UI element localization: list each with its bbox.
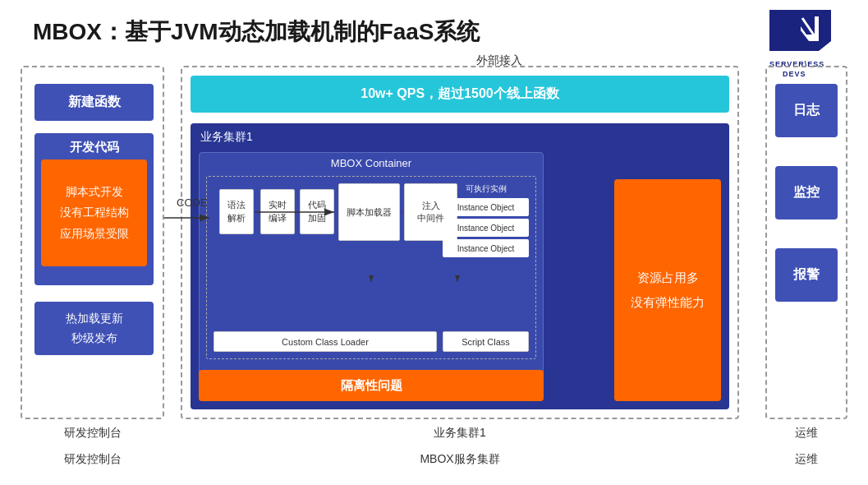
instance-row-2: Instance Object (443, 219, 529, 237)
ccl-bar: Custom Class Loader (214, 331, 437, 352)
daima-box: 代码加固 (300, 189, 334, 234)
left-panel: 新建函数 开发代码 脚本式开发没有工程结构应用场景受限 热加载更新秒级发布 研发… (21, 66, 164, 419)
script-class-text: Script Class (462, 337, 510, 347)
shishi-text: 实时编译 (269, 199, 287, 224)
ccl-text: Custom Class Loader (282, 337, 369, 347)
hot-reload-text: 热加载更新秒级发布 (66, 309, 123, 349)
main-title: MBOX：基于JVM动态加载机制的FaaS系统 (33, 16, 480, 48)
orange-text: 资源占用多没有弹性能力 (631, 266, 705, 315)
rp-box-log[interactable]: 日志 (775, 84, 838, 137)
mbox-container-title: MBOX Container (200, 153, 543, 173)
exec-title: 可执行实例 (443, 183, 529, 195)
rp-monitor-text: 监控 (793, 184, 820, 201)
script-class-bar: Script Class (443, 331, 529, 352)
middle-panel-bottom-label: MBOX服务集群 (181, 452, 739, 467)
qps-text: 10w+ QPS，超过1500个线上函数 (361, 85, 558, 103)
svg-marker-0 (769, 10, 831, 51)
code-arrow-svg (164, 210, 214, 226)
yufa-text: 语法解析 (227, 199, 246, 224)
script-loader-text: 脚本加载器 (347, 206, 392, 219)
qps-bar: 10w+ QPS，超过1500个线上函数 (191, 76, 729, 113)
dev-code-title: 开发代码 (34, 133, 154, 159)
rp-box-monitor[interactable]: 监控 (775, 166, 838, 219)
dev-code-inner-text: 脚本式开发没有工程结构应用场景受限 (60, 182, 129, 244)
hot-reload-box[interactable]: 热加载更新秒级发布 (34, 302, 154, 355)
left-panel-bottom-label: 研发控制台 (21, 452, 164, 467)
biz-cluster: 业务集群1 MBOX Container 语法解析 实时编译 代码加固 (191, 123, 729, 409)
yufa-box: 语法解析 (219, 189, 254, 234)
code-arrow-area: CODE (164, 210, 214, 226)
shishi-box: 实时编译 (260, 189, 295, 234)
dev-code-outer: 开发代码 脚本式开发没有工程结构应用场景受限 (34, 133, 154, 285)
biz-cluster-title: 业务集群1 (191, 123, 729, 149)
isolation-bar: 隔离性问题 (199, 370, 544, 401)
rp-box-alert[interactable]: 报警 (775, 248, 838, 302)
rp-log-text: 日志 (793, 102, 820, 119)
middle-panel-label: 业务集群1 (434, 426, 486, 441)
instance-row-3: Instance Object (443, 239, 529, 257)
right-panel-bottom-label: 运维 (765, 452, 847, 467)
inject-text: 注入中间件 (417, 200, 444, 225)
right-panel: 日志 监控 报警 运维 (765, 66, 847, 419)
code-label: CODE (177, 196, 208, 209)
rp-alert-text: 报警 (793, 266, 820, 284)
isolation-text: 隔离性问题 (341, 378, 402, 394)
middle-panel: 10w+ QPS，超过1500个线上函数 业务集群1 MBOX Containe… (181, 66, 739, 419)
exec-area: 可执行实例 Instance Object Instance Object In… (443, 183, 529, 330)
mbox-inner: 语法解析 实时编译 代码加固 脚本加载器 注入中间件 (206, 176, 536, 359)
right-panel-label: 运维 (795, 426, 818, 441)
new-func-box[interactable]: 新建函数 (34, 84, 154, 121)
dev-code-inner: 脚本式开发没有工程结构应用场景受限 (41, 159, 147, 266)
instance-row-1: Instance Object (443, 198, 529, 216)
daima-text: 代码加固 (308, 199, 326, 224)
orange-panel: 资源占用多没有弹性能力 (614, 179, 721, 401)
mbox-container: MBOX Container 语法解析 实时编译 代码加固 脚本加载器 (199, 152, 544, 401)
left-panel-label: 研发控制台 (64, 426, 122, 441)
script-loader-box: 脚本加载器 (338, 183, 400, 241)
